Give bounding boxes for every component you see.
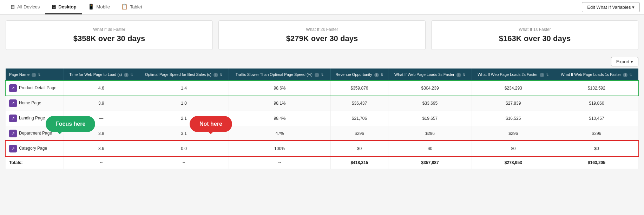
focus-bubble-text: Focus here bbox=[55, 121, 85, 127]
tabs-right: Edit What If Variables ▾ bbox=[582, 2, 640, 12]
cell-revenue_opp: $296 bbox=[330, 126, 388, 141]
what-if-2s-sort[interactable]: ⇅ bbox=[546, 73, 549, 77]
revenue-opp-sort[interactable]: ⇅ bbox=[381, 73, 383, 77]
table-row: ↗Department Page3.83.147%$296$296$296$29… bbox=[6, 126, 638, 141]
cell-revenue_opp: $21,706 bbox=[330, 111, 388, 126]
cell-what_if_2s: $27,839 bbox=[472, 96, 555, 111]
page-name-text: Category Page bbox=[19, 146, 47, 151]
row-icon: ↗ bbox=[9, 145, 17, 152]
card-3s: What If 3s Faster $358K over 30 days bbox=[6, 20, 213, 50]
totals-what-if-2s: $278,953 bbox=[472, 156, 555, 169]
desktop-icon: 🖥 bbox=[51, 4, 56, 10]
page-name-text: Landing Page bbox=[19, 116, 45, 120]
what-if-3s-info-icon: i bbox=[456, 73, 461, 77]
totals-what-if-3s: $357,887 bbox=[388, 156, 472, 169]
cell-optimal_speed: 1.0 bbox=[139, 96, 229, 111]
cell-revenue_opp: $36,437 bbox=[330, 96, 388, 111]
tab-mobile-label: Mobile bbox=[97, 4, 110, 9]
cell-what_if_3s: $304,239 bbox=[388, 81, 472, 96]
totals-revenue-opp: $418,315 bbox=[330, 156, 388, 169]
tablet-icon: 📋 bbox=[121, 4, 128, 10]
traffic-slower-sort[interactable]: ⇅ bbox=[321, 73, 324, 77]
page-name-text: Home Page bbox=[19, 100, 41, 105]
card-2s: What If 2s Faster $279K over 30 days bbox=[218, 20, 426, 50]
card-1s-label: What If 1s Faster bbox=[439, 27, 631, 32]
tab-desktop-label: Desktop bbox=[58, 4, 76, 9]
load-time-sort[interactable]: ⇅ bbox=[130, 73, 133, 77]
cell-name: ↗Category Page bbox=[6, 141, 64, 156]
cell-revenue_opp: $0 bbox=[330, 141, 388, 156]
cell-optimal_speed: 0.0 bbox=[139, 141, 229, 156]
cell-load_time: 3.6 bbox=[64, 141, 139, 156]
export-button[interactable]: Export ▾ bbox=[611, 57, 638, 66]
cell-what_if_1s: $132,592 bbox=[555, 81, 638, 96]
row-icon: ↗ bbox=[9, 84, 17, 92]
cell-revenue_opp: $359,876 bbox=[330, 81, 388, 96]
cell-optimal_speed: 1.4 bbox=[139, 81, 229, 96]
cell-what_if_1s: $19,860 bbox=[555, 96, 638, 111]
tab-all-devices[interactable]: 🖥 All Devices bbox=[4, 0, 45, 14]
what-if-3s-sort[interactable]: ⇅ bbox=[463, 73, 466, 77]
row-icon: ↗ bbox=[9, 115, 17, 122]
table-row: ↗Home Page3.91.098.1%$36,437$33,695$27,8… bbox=[6, 96, 638, 111]
card-2s-label: What If 2s Faster bbox=[226, 27, 418, 32]
table-row: ↗Product Detail Page4.61.498.6%$359,876$… bbox=[6, 81, 638, 96]
optimal-speed-info-icon: i bbox=[213, 73, 218, 77]
col-page-name: Page Name i ⇅ bbox=[6, 69, 64, 81]
row-icon: ↗ bbox=[9, 99, 17, 107]
totals-traffic-slower: -- bbox=[229, 156, 330, 169]
cell-what_if_2s: $16,525 bbox=[472, 111, 555, 126]
cell-load_time: 4.6 bbox=[64, 81, 139, 96]
card-3s-label: What If 3s Faster bbox=[13, 27, 205, 32]
data-table: Page Name i ⇅ Time for Web Page to Load … bbox=[6, 69, 638, 169]
cell-what_if_1s: $0 bbox=[555, 141, 638, 156]
cell-what_if_2s: $234,293 bbox=[472, 81, 555, 96]
not-here-bubble-text: Not here bbox=[199, 121, 222, 127]
all-devices-icon: 🖥 bbox=[10, 4, 15, 10]
table-wrap: Page Name i ⇅ Time for Web Page to Load … bbox=[0, 69, 644, 174]
revenue-opp-info-icon: i bbox=[374, 73, 379, 77]
cell-what_if_3s: $296 bbox=[388, 126, 472, 141]
totals-load-time: -- bbox=[64, 156, 139, 169]
what-if-2s-info-icon: i bbox=[540, 73, 544, 77]
traffic-slower-info-icon: i bbox=[315, 73, 319, 77]
col-what-if-2s: What If Web Page Loads 2s Faster i ⇅ bbox=[472, 69, 555, 81]
cell-traffic_slower: 98.4% bbox=[229, 111, 330, 126]
tab-tablet-label: Tablet bbox=[130, 4, 142, 9]
tab-mobile[interactable]: 📱 Mobile bbox=[82, 0, 116, 14]
table-row: ↗Landing Page—2.198.4%$21,706$19,657$16,… bbox=[6, 111, 638, 126]
mobile-icon: 📱 bbox=[88, 4, 94, 10]
optimal-speed-sort[interactable]: ⇅ bbox=[220, 73, 223, 77]
page-name-text: Department Page bbox=[19, 131, 52, 136]
card-1s: What If 1s Faster $163K over 30 days bbox=[431, 20, 638, 50]
tab-tablet[interactable]: 📋 Tablet bbox=[116, 0, 148, 14]
page-name-text: Product Detail Page bbox=[19, 85, 57, 90]
col-what-if-3s: What If Web Page Loads 3s Faster i ⇅ bbox=[388, 69, 472, 81]
tabs-bar: 🖥 All Devices 🖥 Desktop 📱 Mobile 📋 Table… bbox=[0, 0, 644, 15]
card-3s-value: $358K over 30 days bbox=[13, 34, 205, 43]
tab-all-devices-label: All Devices bbox=[17, 4, 40, 9]
what-if-1s-sort[interactable]: ⇅ bbox=[629, 73, 632, 77]
totals-label: Totals: bbox=[6, 156, 64, 169]
page-name-sort[interactable]: ⇅ bbox=[38, 73, 41, 77]
table-row: ↗Category Page3.60.0100%$0$0$0$0 bbox=[6, 141, 638, 156]
cell-traffic_slower: 98.1% bbox=[229, 96, 330, 111]
tabs-left: 🖥 All Devices 🖥 Desktop 📱 Mobile 📋 Table… bbox=[4, 0, 148, 14]
row-icon: ↗ bbox=[9, 130, 17, 137]
totals-what-if-1s: $163,205 bbox=[555, 156, 638, 169]
col-revenue-opp: Revenue Opportunity i ⇅ bbox=[330, 69, 388, 81]
col-optimal-speed: Optimal Page Speed for Best Sales (s) i … bbox=[139, 69, 229, 81]
cell-what_if_2s: $0 bbox=[472, 141, 555, 156]
col-what-if-1s: What If Web Page Loads 1s Faster i ⇅ bbox=[555, 69, 638, 81]
cell-what_if_3s: $33,695 bbox=[388, 96, 472, 111]
tab-desktop[interactable]: 🖥 Desktop bbox=[45, 0, 82, 14]
card-1s-value: $163K over 30 days bbox=[439, 34, 631, 43]
cell-what_if_2s: $296 bbox=[472, 126, 555, 141]
cell-what_if_1s: $10,457 bbox=[555, 111, 638, 126]
cell-traffic_slower: 47% bbox=[229, 126, 330, 141]
edit-what-if-button[interactable]: Edit What If Variables ▾ bbox=[582, 2, 640, 12]
totals-optimal-speed: -- bbox=[139, 156, 229, 169]
cell-traffic_slower: 98.6% bbox=[229, 81, 330, 96]
cell-name: ↗Home Page bbox=[6, 96, 64, 111]
cell-what_if_3s: $0 bbox=[388, 141, 472, 156]
